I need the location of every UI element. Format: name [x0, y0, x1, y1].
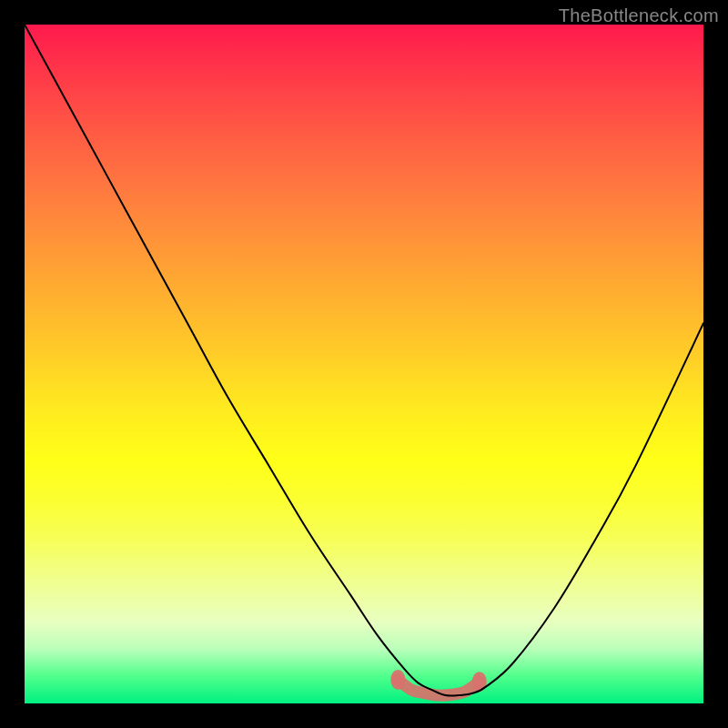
watermark-text: TheBottleneck.com — [559, 5, 719, 26]
bottleneck-curve — [25, 25, 703, 696]
chart-container: TheBottleneck.com — [0, 0, 728, 728]
curve-svg — [25, 25, 703, 703]
optimal-range-marker — [390, 670, 487, 695]
svg-point-0 — [390, 670, 405, 690]
plot-area — [25, 25, 703, 703]
